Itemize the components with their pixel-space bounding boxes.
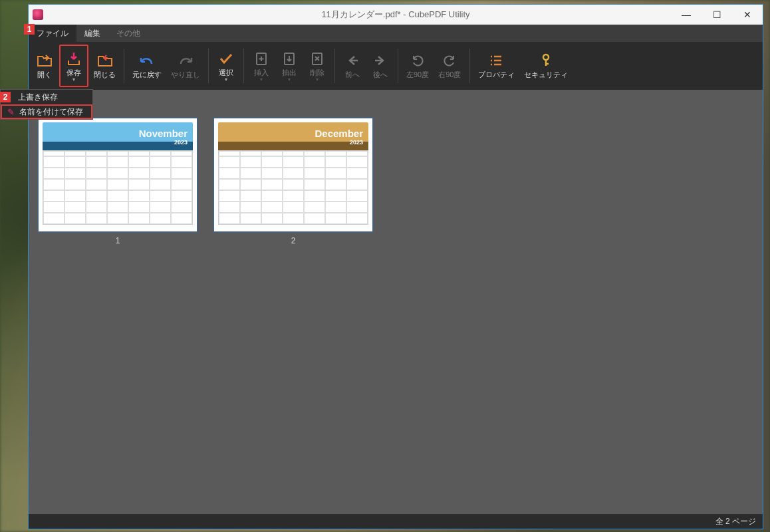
ribbon-separator xyxy=(469,49,470,83)
menu-other[interactable]: その他 xyxy=(108,25,148,42)
prev-button: 前へ xyxy=(339,45,366,87)
year-label: 2023 xyxy=(350,139,363,146)
ribbon-separator xyxy=(334,49,335,83)
page-thumb-1[interactable]: November 2023 1 xyxy=(38,118,197,245)
calendar-grid xyxy=(43,150,193,225)
open-button[interactable]: 開く xyxy=(31,45,58,87)
save-dropdown: ⭳ 上書き保存 ✎ 名前を付けて保存 xyxy=(0,89,93,120)
rotate-right-label: 右90度 xyxy=(438,70,461,80)
rotate-right-button: 右90度 xyxy=(434,45,465,87)
next-label: 後へ xyxy=(373,70,388,80)
next-button: 後へ xyxy=(367,45,394,87)
properties-button[interactable]: プロパティ xyxy=(474,45,519,87)
security-button[interactable]: セキュリティ xyxy=(520,45,572,87)
rotate-left-label: 左90度 xyxy=(406,70,429,80)
menu-edit[interactable]: 編集 xyxy=(76,25,108,42)
menu-bar: ファイル 編集 その他 xyxy=(29,25,763,42)
insert-button[interactable]: 挿入 ▾ xyxy=(248,45,275,87)
app-window: 11月カレンダー.pdf* - CubePDF Utility — ☐ ✕ ファ… xyxy=(28,4,763,529)
select-button[interactable]: 選択 ▾ xyxy=(213,45,239,87)
folder-open-icon xyxy=(35,53,54,68)
redo-label: やり直し xyxy=(171,70,200,80)
close-button[interactable]: ✕ xyxy=(732,5,763,25)
delete-icon xyxy=(308,51,326,66)
redo-button: やり直し xyxy=(167,45,204,87)
dropdown-caret-icon: ▾ xyxy=(72,78,75,82)
insert-icon xyxy=(252,51,271,66)
overwrite-save-item[interactable]: ⭳ 上書き保存 xyxy=(1,90,92,104)
save-as-item[interactable]: ✎ 名前を付けて保存 xyxy=(1,104,92,119)
window-title: 11月カレンダー.pdf* - CubePDF Utility xyxy=(29,9,763,21)
annotation-1: 1 xyxy=(24,24,35,35)
page-number: 2 xyxy=(291,236,296,245)
list-icon xyxy=(487,53,505,68)
open-label: 開く xyxy=(37,70,52,80)
svg-point-3 xyxy=(543,55,549,60)
extract-button[interactable]: 抽出 ▾ xyxy=(276,45,303,87)
ribbon-toolbar: 開く 保存 ▾ 閉じる 元に戻す やり直し xyxy=(29,42,763,90)
month-label: December xyxy=(315,128,363,139)
properties-label: プロパティ xyxy=(478,70,515,80)
page-count: 全 2 ページ xyxy=(715,516,756,527)
rotate-left-button: 左90度 xyxy=(402,45,433,87)
content-area: November 2023 1 xyxy=(29,90,763,514)
minimize-button[interactable]: — xyxy=(671,5,702,25)
check-icon xyxy=(217,51,235,66)
dropdown-caret-icon: ▾ xyxy=(288,78,291,82)
ribbon-separator xyxy=(398,49,398,83)
overwrite-label: 上書き保存 xyxy=(18,92,58,102)
dropdown-caret-icon: ▾ xyxy=(260,78,263,82)
prev-label: 前へ xyxy=(345,70,360,80)
folder-close-icon xyxy=(96,53,114,68)
save-as-label: 名前を付けて保存 xyxy=(19,107,83,117)
arrow-left-icon xyxy=(343,53,362,68)
delete-button[interactable]: 削除 ▾ xyxy=(304,45,330,87)
close-file-button[interactable]: 閉じる xyxy=(90,45,120,87)
year-label: 2023 xyxy=(174,139,188,146)
maximize-button[interactable]: ☐ xyxy=(702,5,732,25)
arrow-right-icon xyxy=(371,53,390,68)
save-icon xyxy=(64,51,83,66)
save-button[interactable]: 保存 ▾ xyxy=(59,45,88,87)
redo-icon xyxy=(176,53,195,68)
title-bar[interactable]: 11月カレンダー.pdf* - CubePDF Utility — ☐ ✕ xyxy=(29,5,763,25)
page-thumb-2[interactable]: December 2023 2 xyxy=(213,118,373,245)
ribbon-separator xyxy=(124,49,124,83)
close-file-label: 閉じる xyxy=(94,70,116,80)
undo-icon xyxy=(138,53,156,68)
security-label: セキュリティ xyxy=(524,70,568,80)
rotate-right-icon xyxy=(440,53,459,68)
calendar-grid xyxy=(218,150,368,225)
edit-icon: ✎ xyxy=(6,107,15,116)
undo-button[interactable]: 元に戻す xyxy=(128,45,166,87)
extract-icon xyxy=(280,51,299,66)
menu-file[interactable]: ファイル xyxy=(29,25,76,42)
dropdown-caret-icon: ▾ xyxy=(225,78,227,82)
dropdown-caret-icon: ▾ xyxy=(316,78,319,82)
status-bar: 全 2 ページ xyxy=(29,514,763,529)
ribbon-separator xyxy=(243,49,244,83)
page-number: 1 xyxy=(116,236,120,245)
ribbon-separator xyxy=(208,49,209,83)
month-label: November xyxy=(139,128,188,139)
undo-label: 元に戻す xyxy=(132,70,162,80)
key-icon xyxy=(537,53,555,68)
rotate-left-icon xyxy=(408,53,427,68)
annotation-2: 2 xyxy=(0,92,11,102)
app-icon xyxy=(33,9,43,20)
